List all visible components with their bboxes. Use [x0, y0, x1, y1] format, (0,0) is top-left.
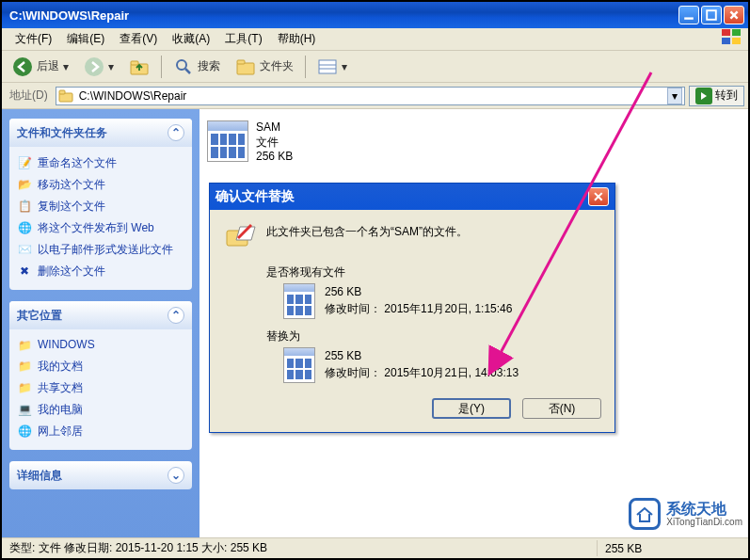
svg-point-12 [177, 60, 186, 70]
task-email[interactable]: ✉️以电子邮件形式发送此文件 [15, 239, 188, 261]
address-dropdown-button[interactable]: ▾ [667, 88, 682, 104]
views-button[interactable]: ▾ [311, 54, 354, 80]
toolbar-separator [161, 56, 162, 78]
task-label: 以电子邮件形式发送此文件 [38, 242, 173, 258]
forward-icon [84, 56, 104, 77]
task-label: 移动这个文件 [38, 177, 105, 193]
details-panel-title: 详细信息 [17, 468, 62, 484]
place-label: 共享文档 [38, 380, 83, 396]
dialog-message: 此文件夹已包含一个名为“SAM”的文件。 [266, 221, 468, 255]
places-panel-header[interactable]: 其它位置 ⌃ [9, 301, 192, 329]
collapse-icon: ⌃ [168, 307, 184, 324]
window-close-button[interactable] [724, 6, 744, 24]
folders-icon [235, 56, 256, 77]
task-label: 删除这个文件 [38, 264, 105, 280]
svg-rect-5 [732, 29, 741, 36]
task-label: 复制这个文件 [38, 199, 105, 215]
existing-label: 是否将现有文件 [266, 264, 601, 280]
task-label: 将这个文件发布到 Web [38, 220, 154, 236]
folder-icon [58, 88, 73, 104]
menubar: 文件(F) 编辑(E) 查看(V) 收藏(A) 工具(T) 帮助(H) [2, 28, 748, 51]
tasks-panel-header[interactable]: 文件和文件夹任务 ⌃ [9, 119, 192, 147]
watermark: 系统天地 XiTongTianDi.com [629, 498, 742, 530]
task-copy[interactable]: 📋复制这个文件 [15, 196, 188, 217]
replace-size: 255 KB [325, 347, 519, 364]
place-shared-documents[interactable]: 📁共享文档 [15, 377, 188, 399]
dialog-title: 确认文件替换 [215, 188, 295, 205]
details-panel-header[interactable]: 详细信息 ⌄ [9, 461, 192, 489]
delete-icon: ✖ [17, 264, 32, 279]
back-button[interactable]: 后退 ▾ [6, 54, 75, 80]
chevron-down-icon: ▾ [108, 60, 114, 73]
task-move[interactable]: 📂移动这个文件 [15, 174, 188, 196]
address-field[interactable]: ▾ [56, 87, 685, 105]
close-icon: ✕ [593, 189, 604, 204]
svg-point-9 [85, 57, 104, 76]
existing-size: 256 KB [325, 283, 512, 300]
replace-label: 替换为 [266, 328, 601, 344]
watermark-icon [629, 498, 661, 530]
dialog-close-button[interactable]: ✕ [588, 187, 609, 206]
replace-modified: 修改时间： 2015年10月21日, 14:03:13 [325, 364, 519, 381]
details-panel: 详细信息 ⌄ [9, 461, 192, 489]
minimize-button[interactable] [678, 6, 699, 24]
places-panel: 其它位置 ⌃ 📁WINDOWS 📁我的文档 📁共享文档 💻我的电脑 🌐网上邻居 [9, 301, 192, 450]
svg-rect-6 [722, 38, 730, 44]
svg-rect-14 [237, 63, 254, 74]
search-button[interactable]: 搜索 [167, 54, 227, 80]
status-right: 255 KB [598, 542, 748, 555]
chevron-down-icon: ▾ [63, 60, 69, 73]
menu-tools[interactable]: 工具(T) [217, 29, 269, 49]
address-label: 地址(D) [6, 88, 52, 104]
maximize-button[interactable] [701, 6, 722, 24]
existing-modified: 修改时间： 2015年11月20日, 1:15:46 [325, 300, 512, 317]
place-my-documents[interactable]: 📁我的文档 [15, 356, 188, 377]
place-label: 我的文档 [38, 359, 83, 375]
file-meta: SAM 文件 256 KB [256, 120, 293, 165]
svg-rect-7 [732, 38, 741, 44]
place-windows[interactable]: 📁WINDOWS [15, 335, 188, 356]
go-arrow-icon [695, 88, 712, 104]
svg-rect-16 [319, 60, 336, 73]
shared-folder-icon: 📁 [17, 380, 32, 395]
folders-button[interactable]: 文件夹 [229, 54, 300, 80]
window-title: C:\WINDOWS\Repair [6, 8, 677, 23]
file-item-sam[interactable]: SAM 文件 256 KB [203, 117, 391, 168]
existing-file-icon [283, 283, 315, 319]
svg-rect-20 [59, 90, 65, 94]
views-icon [317, 56, 338, 77]
no-button[interactable]: 否(N) [522, 398, 601, 419]
email-icon: ✉️ [17, 242, 32, 257]
tasks-panel-title: 文件和文件夹任务 [17, 125, 107, 141]
task-delete[interactable]: ✖删除这个文件 [15, 261, 188, 282]
sidebar: 文件和文件夹任务 ⌃ 📝重命名这个文件 📂移动这个文件 📋复制这个文件 🌐将这个… [2, 109, 199, 537]
confirm-replace-dialog: 确认文件替换 ✕ 此文件夹已包含一个名为“SAM”的文件。 是否将现有文件 25… [209, 183, 615, 433]
folders-label: 文件夹 [260, 58, 294, 74]
task-label: 重命名这个文件 [38, 155, 117, 171]
computer-icon: 💻 [17, 402, 32, 417]
place-network[interactable]: 🌐网上邻居 [15, 421, 188, 442]
move-icon: 📂 [17, 177, 32, 192]
menu-help[interactable]: 帮助(H) [270, 29, 324, 49]
yes-button[interactable]: 是(Y) [432, 398, 511, 419]
places-panel-title: 其它位置 [17, 308, 62, 324]
menu-favorites[interactable]: 收藏(A) [165, 29, 217, 49]
web-icon: 🌐 [17, 220, 32, 235]
go-button[interactable]: 转到 [689, 86, 744, 106]
search-icon [173, 56, 194, 77]
forward-button[interactable]: ▾ [77, 54, 120, 80]
task-rename[interactable]: 📝重命名这个文件 [15, 152, 188, 174]
search-label: 搜索 [198, 58, 220, 74]
tasks-panel: 文件和文件夹任务 ⌃ 📝重命名这个文件 📂移动这个文件 📋复制这个文件 🌐将这个… [9, 119, 192, 290]
task-publish-web[interactable]: 🌐将这个文件发布到 Web [15, 217, 188, 239]
address-bar: 地址(D) ▾ 转到 [2, 83, 748, 109]
toolbar: 后退 ▾ ▾ 搜索 文件夹 ▾ [2, 51, 748, 83]
watermark-cn: 系统天地 [666, 501, 742, 518]
menu-file[interactable]: 文件(F) [8, 29, 59, 49]
up-button[interactable] [122, 54, 156, 80]
windows-flag-icon [714, 29, 742, 49]
address-input[interactable] [77, 88, 663, 104]
menu-edit[interactable]: 编辑(E) [59, 29, 112, 49]
place-my-computer[interactable]: 💻我的电脑 [15, 399, 188, 421]
menu-view[interactable]: 查看(V) [112, 29, 165, 49]
